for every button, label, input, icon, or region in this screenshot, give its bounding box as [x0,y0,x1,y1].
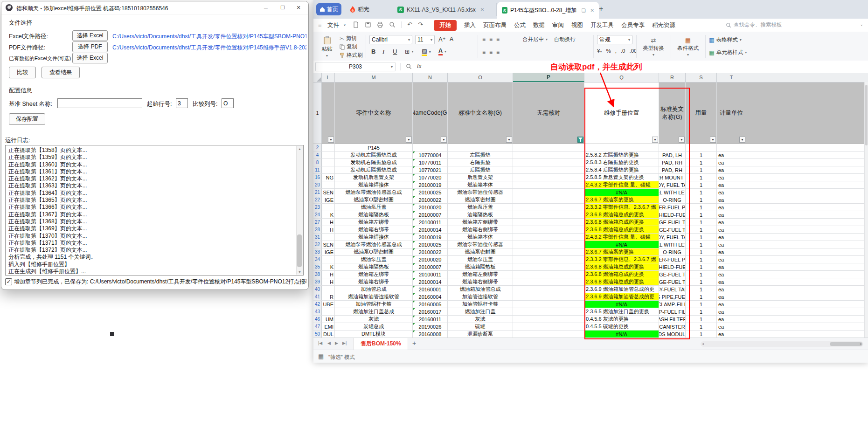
cell-T47[interactable]: ea [717,323,746,330]
cell-P34[interactable] [513,256,584,263]
cell-R41[interactable]: G PIPE,FUEL [659,293,686,300]
align-middle-icon[interactable]: ≡ [489,36,493,42]
row-number[interactable]: 28 [313,226,322,233]
paste-button[interactable]: 粘贴 ▾ [317,34,337,59]
cell-L41[interactable]: R [322,293,335,300]
cell-O40[interactable]: 燃油箱加油管总成 [448,286,513,293]
cell-Q16[interactable]: 2.5.8.5 后悬置支架的更换 [584,174,659,181]
maximize-button[interactable]: ☐ [277,3,289,12]
home-tab[interactable]: 首页 [316,3,341,15]
cut-button[interactable]: ✂剪切 [340,35,357,42]
align-left-icon[interactable]: ≡ [482,49,486,55]
cell-L27[interactable]: H [322,219,335,226]
sheet-tab[interactable]: 售后BOM-150% [354,338,408,350]
cell-N16[interactable]: 10770020 [413,174,448,181]
column-header-Q[interactable]: Q [584,73,659,82]
cell-P23[interactable] [513,204,584,211]
cell-Q11[interactable]: 2.5.8.4 后隔振垫的更换 [584,166,659,173]
cell-S22[interactable]: 1 [686,196,717,203]
table-style-button[interactable]: ▦表格样式▾ [709,36,742,43]
cell-N39[interactable]: 20100014 [413,278,448,285]
row-number[interactable]: 23 [313,204,322,211]
row-number[interactable]: 41 [313,293,322,300]
cell-R47[interactable]: CANISTER [659,323,686,330]
log-output[interactable]: 正在提取第【1358】页的文本...正在提取第【1359】页的文本...正在提取… [5,145,304,275]
insert-function-button[interactable]: fx [417,63,422,69]
document-tab-active[interactable]: S P145车型SBO...0-28_增加章节 ❏ ✕ [497,2,599,19]
file-menu[interactable]: 文件 [327,21,339,29]
cell-N42[interactable]: 20160005 [413,301,448,308]
cell-T21[interactable]: ea [717,189,746,196]
scroll-left-icon[interactable]: ◂ [702,342,704,346]
cell-N33[interactable]: 20100022 [413,248,448,255]
cell-L35[interactable]: K [322,263,335,270]
row-number[interactable]: 2 [313,144,322,151]
column-header-M[interactable]: M [335,73,413,82]
cell-O43[interactable]: 燃油加注口盖 [448,308,513,315]
column-header-S[interactable]: S [686,73,717,82]
align-top-icon[interactable]: ≡ [482,36,486,42]
grow-font-button[interactable]: A⁺ [438,36,446,43]
cell-N11[interactable]: 10770021 [413,166,448,173]
cell-O39[interactable]: 燃油箱右侧绑带 [448,278,513,285]
cell-P39[interactable] [513,278,584,285]
cell-P20[interactable] [513,181,584,188]
cell-N50[interactable]: 20160008 [413,331,448,337]
cell-S27[interactable]: 1 [686,219,717,226]
cell-T20[interactable]: ea [717,181,746,188]
cell-S8[interactable]: 1 [686,159,717,166]
cell-P32[interactable] [513,241,584,248]
save-icon[interactable] [365,21,371,28]
cell-P46[interactable] [513,316,584,323]
cell-S20[interactable]: 1 [686,181,717,188]
cell-M33[interactable]: 燃油泵O型密封圈 [335,248,413,255]
cell-R28[interactable]: AGE-FUEL TA [659,226,686,233]
cell-style-button[interactable]: ▦单元格样式▾ [709,49,747,56]
cell-T32[interactable]: ea [717,241,746,248]
scrollbar-thumb[interactable] [865,85,868,145]
cell-O4[interactable]: 左隔振垫 [448,152,513,158]
row-number[interactable]: 40 [313,286,322,293]
choose-existing-excel-button[interactable]: 选择 Excel [72,53,108,63]
cell-O38[interactable]: 燃油箱左侧绑带 [448,271,513,278]
column-header-L[interactable]: L [322,73,335,82]
cell-R22[interactable]: O-RING [659,196,686,203]
row-number[interactable]: 8 [313,159,322,166]
cell-L20[interactable] [322,181,335,188]
cell-R2[interactable] [659,144,686,151]
cell-N32[interactable]: 20100025 [413,241,448,248]
cell-S41[interactable]: 1 [686,293,717,300]
cell-S16[interactable]: 1 [686,174,717,181]
cell-P4[interactable] [513,152,584,158]
row-number[interactable]: 16 [313,174,322,181]
cell-P21[interactable] [513,189,584,196]
cell-R46[interactable]: ASH FILTER [659,316,686,323]
cell-Q33[interactable]: 2.3.6.7 燃油泵的更换 [584,248,659,255]
cell-N21[interactable]: 20100025 [413,189,448,196]
select-all-corner[interactable] [313,73,322,82]
sheet-nav-last-button[interactable]: ▶| [342,341,347,345]
cell-O24[interactable]: 油箱隔热板 [448,211,513,218]
cell-T39[interactable]: ea [717,278,746,285]
cell-N23[interactable]: 20100020 [413,204,448,211]
header-cell-P[interactable]: 无需核对 [513,83,584,144]
filter-button-Q[interactable]: ▼ [652,137,658,143]
filter-button-P[interactable] [577,137,583,143]
cell-P40[interactable] [513,286,584,293]
cell-R35[interactable]: SHIELD-FUEL [659,263,686,270]
cell-R20[interactable]: DY, FUEL TA [659,181,686,188]
cell-P43[interactable] [513,308,584,315]
cell-Q32[interactable]: #N/A [584,241,659,248]
cell-R11[interactable]: PAD, RH [659,166,686,173]
docer-tab[interactable]: 稻壳 [345,3,374,15]
row-number[interactable]: 47 [313,323,322,330]
cell-P41[interactable] [513,293,584,300]
cell-N4[interactable]: 10770004 [413,152,448,158]
row-number[interactable]: 31 [313,234,322,241]
cell-Q21[interactable]: #N/A [584,189,659,196]
cell-L32[interactable]: SEN [322,241,335,248]
tab-data[interactable]: 数据 [533,21,545,29]
cell-Q47[interactable]: 0.4.5.5 碳罐的更换 [584,323,659,330]
cell-Q39[interactable]: 2.3.6.8 燃油箱总成的更换 [584,278,659,285]
row-number[interactable]: 32 [313,241,322,248]
